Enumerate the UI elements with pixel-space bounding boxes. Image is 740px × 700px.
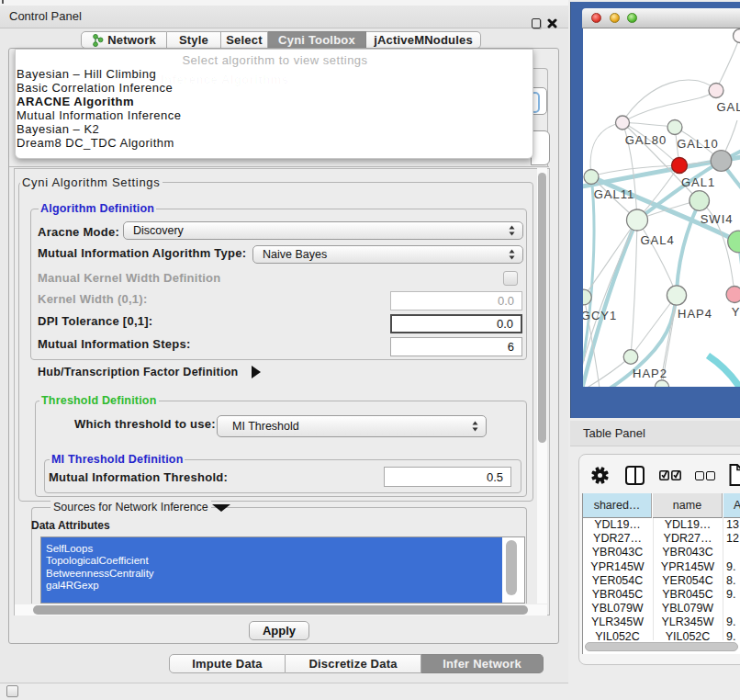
svg-text:HAP2: HAP2 (633, 367, 667, 380)
svg-text:Y: Y (732, 305, 740, 319)
svg-text:SWI4: SWI4 (701, 212, 734, 226)
svg-text:GAL1: GAL1 (681, 175, 715, 189)
svg-text:GAL4: GAL4 (640, 233, 674, 247)
svg-text:GAL11: GAL11 (594, 187, 635, 201)
svg-text:GCY1: GCY1 (583, 309, 617, 322)
svg-text:GAL10: GAL10 (677, 137, 718, 151)
svg-text:GAL: GAL (716, 100, 740, 114)
svg-text:GAL80: GAL80 (625, 133, 667, 147)
svg-text:HAP4: HAP4 (678, 307, 712, 321)
